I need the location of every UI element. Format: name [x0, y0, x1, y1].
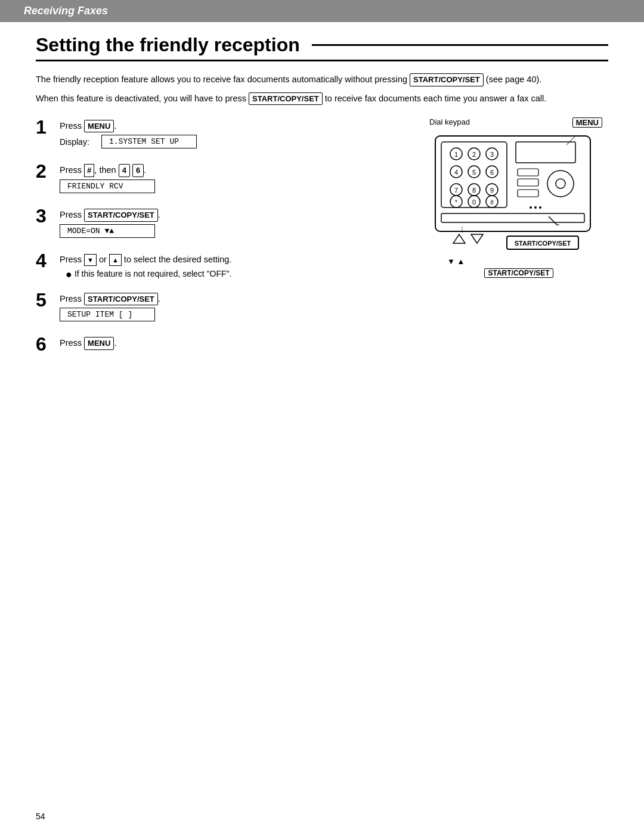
lcd-display-3: MODE=ON ▼▲ [60, 224, 155, 238]
step-3: 3 Press START/COPY/SET. MODE=ON ▼▲ [36, 206, 417, 240]
intro-paragraph-2: When this feature is deactivated, you wi… [36, 92, 608, 106]
svg-line-43 [566, 136, 575, 145]
key-6: 6 [132, 164, 144, 177]
svg-text:4: 4 [454, 169, 458, 176]
page-number: 54 [36, 812, 45, 821]
arrow-keys-label: ▼ ▲ [447, 257, 465, 266]
step-1: 1 Press MENU. Display: 1.SYSTEM SET UP [36, 117, 417, 151]
step-6-number: 6 [36, 335, 54, 354]
svg-text:9: 9 [490, 187, 494, 194]
header-bar: Receiving Faxes [0, 0, 644, 22]
fax-diagram-area: Dial keypad MENU 1 2 3 [429, 117, 608, 365]
svg-point-34 [534, 206, 537, 209]
svg-marker-39 [471, 234, 483, 243]
svg-rect-30 [518, 179, 538, 186]
svg-line-37 [558, 224, 559, 225]
svg-text:7: 7 [454, 187, 458, 194]
step-3-number: 3 [36, 206, 54, 225]
svg-point-27 [547, 171, 574, 197]
svg-text:6: 6 [490, 169, 494, 176]
svg-point-28 [556, 179, 565, 188]
start-copy-set-diagram-label: START/COPY/SET [484, 268, 553, 278]
svg-rect-26 [516, 142, 575, 163]
svg-point-33 [530, 206, 532, 209]
svg-line-36 [549, 216, 558, 225]
svg-rect-31 [518, 190, 538, 197]
svg-rect-29 [518, 169, 538, 176]
step-4-content: Press ▼ or ▲ to select the desired setti… [60, 251, 417, 280]
svg-text:1: 1 [454, 151, 458, 158]
step-3-content: Press START/COPY/SET. MODE=ON ▼▲ [60, 206, 417, 240]
start-copy-set-key-inline2: START/COPY/SET [249, 92, 323, 106]
step-6-content: Press MENU. [60, 335, 417, 352]
hash-key: # [84, 164, 94, 177]
dial-keypad-label: Dial keypad [429, 117, 470, 128]
menu-key-1: MENU [84, 120, 114, 133]
svg-text:8: 8 [472, 187, 476, 194]
svg-text:0: 0 [472, 199, 476, 206]
header-title: Receiving Faxes [24, 5, 108, 17]
svg-text:*: * [455, 199, 457, 206]
up-arrow-key: ▲ [109, 254, 122, 267]
page-title: Setting the friendly reception [36, 34, 608, 61]
step-5: 5 Press START/COPY/SET. SETUP ITEM [ ] [36, 290, 417, 324]
step-4-number: 4 [36, 251, 54, 270]
intro-paragraph-1: The friendly reception feature allows yo… [36, 73, 608, 86]
svg-text:2: 2 [472, 151, 476, 158]
svg-marker-38 [453, 234, 465, 243]
lcd-display-1: 1.SYSTEM SET UP [101, 135, 197, 148]
svg-text:5: 5 [472, 169, 476, 176]
start-copy-set-key-inline: START/COPY/SET [410, 73, 484, 86]
menu-label-diagram: MENU [572, 117, 602, 128]
key-4: 4 [119, 164, 130, 177]
step-2: 2 Press #, then 4 6. FRIENDLY RCV [36, 162, 417, 196]
step-2-content: Press #, then 4 6. FRIENDLY RCV [60, 162, 417, 196]
step-4: 4 Press ▼ or ▲ to select the desired set… [36, 251, 417, 280]
steps-list: 1 Press MENU. Display: 1.SYSTEM SET UP 2 [36, 117, 417, 365]
svg-text:3: 3 [490, 151, 494, 158]
start-copy-set-key-5: START/COPY/SET [84, 293, 158, 306]
step-1-number: 1 [36, 117, 54, 137]
svg-rect-0 [435, 136, 590, 231]
fax-machine-svg: 1 2 3 4 5 6 7 8 9 [429, 130, 596, 261]
step-6: 6 Press MENU. [36, 335, 417, 354]
lcd-display-2: FRIENDLY RCV [60, 179, 155, 193]
svg-rect-32 [441, 213, 584, 222]
menu-key-6: MENU [84, 337, 114, 350]
step-2-number: 2 [36, 162, 54, 181]
lcd-display-5: SETUP ITEM [ ] [60, 308, 155, 321]
svg-text:#: # [490, 199, 494, 206]
step-4-bullet: ● If this feature is not required, selec… [66, 269, 417, 280]
down-arrow-key: ▼ [84, 254, 97, 267]
step-5-number: 5 [36, 290, 54, 309]
start-copy-set-key-3: START/COPY/SET [84, 209, 158, 222]
svg-point-35 [539, 206, 541, 209]
step-5-content: Press START/COPY/SET. SETUP ITEM [ ] [60, 290, 417, 324]
display-label-1: Display: [60, 137, 95, 147]
svg-text:START/COPY/SET: START/COPY/SET [515, 240, 571, 247]
start-copy-set-label-row: START/COPY/SET [429, 268, 608, 278]
step-1-content: Press MENU. Display: 1.SYSTEM SET UP [60, 117, 417, 151]
